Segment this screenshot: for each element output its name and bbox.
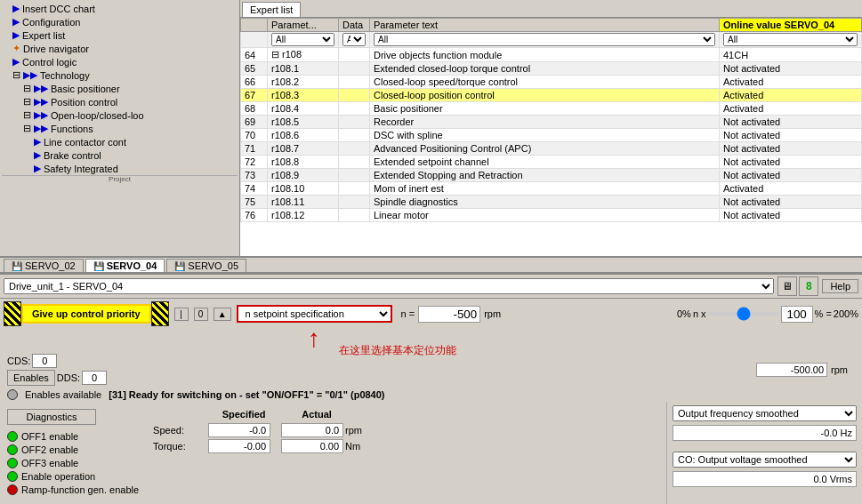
sidebar-item-position-control[interactable]: ⊟ ▶▶ Position control [2,95,238,108]
pct-slider[interactable] [708,312,779,316]
arrow-right-icon: ▶ [12,29,20,41]
table-row[interactable]: 71 r108.7 Advanced Positioning Control (… [241,142,862,156]
setpoint-select[interactable]: n setpoint specification Basic positione… [237,305,392,323]
tab-servo05[interactable]: 💾 SERVO_05 [166,259,246,272]
table-row[interactable]: 72 r108.8 Extended setpoint channel Not … [241,156,862,169]
setpoint-container: n setpoint specification Basic positione… [237,305,392,323]
speed-specified-input[interactable] [208,423,270,437]
tab-servo02[interactable]: 💾 SERVO_02 [4,259,84,272]
drive-icon-monitor[interactable]: 🖥 [777,276,797,296]
torque-actual-group: Nm [281,439,352,453]
torque-label: Torque: [153,441,206,452]
sidebar-item-technology[interactable]: ⊟ ▶▶ Technology [2,68,238,82]
table-row[interactable]: 68 r108.4 Basic positioner Activated [241,102,862,116]
pct-input[interactable] [781,306,813,323]
sidebar-item-insert-dcc[interactable]: ▶ Insert DCC chart [2,2,238,15]
sidebar-item-label: Functions [51,124,93,134]
main-top-panel: Expert list Paramet... Data Pa [240,0,862,256]
sidebar-item-drive-navigator[interactable]: ✦ Drive navigator [2,42,238,55]
output-freq-select[interactable]: Output frequency smoothed [673,405,857,421]
row-data [339,209,370,222]
table-row[interactable]: 75 r108.11 Spindle diagnostics Not activ… [241,196,862,209]
table-row[interactable]: 67 r108.3 Closed-loop position control A… [241,89,862,102]
drive-icon-settings[interactable]: 8 [799,276,818,296]
minus-button[interactable]: | [174,308,189,321]
right-panel: Output frequency smoothed CO: Output vol… [666,402,862,504]
table-row[interactable]: 73 r108.9 Extended Stopping and Retracti… [241,169,862,182]
main-bottom-section: Diagnostics OFF1 enable OFF2 enable OFF3… [0,402,862,504]
sidebar-item-openloop[interactable]: ⊟ ▶▶ Open-loop/closed-loo [2,108,238,122]
row-text: Extended Stopping and Retraction [370,169,720,182]
table-row[interactable]: 64 ⊟ r108 Drive objects function module … [241,48,862,62]
output-volt-value[interactable] [673,471,857,487]
sidebar-item-expert-list[interactable]: ▶ Expert list [2,28,238,42]
filter-data-select[interactable]: All [342,33,366,46]
table-row[interactable]: 74 r108.10 Mom of inert est Activated [241,182,862,196]
col-online-header[interactable]: Online value SERVO_04 [720,19,862,32]
torque-actual-input[interactable] [281,439,343,453]
sidebar-item-functions[interactable]: ⊟ ▶▶ Functions [2,122,238,135]
control-row: Give up control priority | 0 ▲ n setpoin… [0,299,862,329]
enables-button[interactable]: Enables [7,370,55,386]
drive-select[interactable]: Drive_unit_1 - SERVO_04 [4,278,774,294]
led-off3 [7,458,18,468]
table-row[interactable]: 70 r108.6 DSC with spline Not activated [241,129,862,142]
col-data-header[interactable]: Data [339,19,370,32]
label-enable-op: Enable operation [21,471,95,482]
rpm-value-input[interactable] [756,363,827,377]
up-button[interactable]: ▲ [213,308,231,321]
row-value: Activated [720,76,862,89]
row-data [339,142,370,156]
filter-text-select[interactable]: All [374,33,715,46]
row-num: 68 [241,102,268,116]
table-row[interactable]: 69 r108.5 Recorder Not activated [241,116,862,129]
filter-text[interactable]: All [370,32,720,48]
annotation-chinese: 在这里选择基本定位功能 [339,343,456,358]
zero-button[interactable]: 0 [194,308,208,321]
table-row[interactable]: 65 r108.1 Extended closed-loop torque co… [241,62,862,76]
arrow-right-icon: ▶ [12,56,20,68]
torque-specified-input[interactable] [208,439,270,453]
label-ramp-func: Ramp-function gen. enable [21,484,139,495]
cds-row: CDS: [7,354,107,368]
row-param: r108.9 [268,169,339,182]
filter-param[interactable]: All [268,32,339,48]
dds-value-input[interactable] [82,371,107,385]
cds-value-input[interactable] [32,354,57,368]
tab-servo04[interactable]: 💾 SERVO_04 [85,259,165,272]
n-value-input[interactable] [418,306,480,323]
col-text-header[interactable]: Parameter text [370,19,720,32]
row-param: r108.3 [268,89,339,102]
sidebar-item-brake-control[interactable]: ▶ Brake control [2,148,238,162]
output-freq-value[interactable] [673,425,857,441]
sidebar-item-label: Expert list [22,30,65,41]
scroll-tab[interactable]: Project [2,175,238,182]
give-up-priority-button[interactable]: Give up control priority [21,304,151,324]
expand-icon: ⊟ [12,69,20,81]
row-value: Not activated [720,196,862,209]
table-row[interactable]: 66 r108.2 Closed-loop speed/torque contr… [241,76,862,89]
help-button[interactable]: Help [822,279,858,293]
speed-actual-input[interactable] [281,423,343,437]
sidebar-item-line-contactor[interactable]: ▶ Line contactor cont [2,135,238,148]
enables-available-label: Enables available [25,389,101,400]
arrow-right-icon: ▶ [34,163,41,174]
tab-expert-list[interactable]: Expert list [242,2,301,17]
col-online-label: Online value SERVO_04 [723,20,834,30]
sidebar-item-safety-integrated[interactable]: ▶ Safety Integrated [2,162,238,175]
sidebar-item-label: Insert DCC chart [22,4,95,14]
filter-param-select[interactable]: All [271,33,334,46]
col-param-header[interactable]: Paramet... [268,19,339,32]
filter-online[interactable]: All [720,32,862,48]
filter-data[interactable]: All [339,32,370,48]
filter-online-select[interactable]: All [723,33,858,46]
sidebar-item-configuration[interactable]: ▶ Configuration [2,15,238,28]
arrow-right-icon: ▶▶ [23,69,37,81]
output-volt-select[interactable]: CO: Output voltage smoothed [673,452,857,468]
sidebar-item-basic-positioner[interactable]: ⊟ ▶▶ Basic positioner [2,82,238,95]
diagnostics-button[interactable]: Diagnostics [7,409,96,425]
n-display: n = rpm [398,306,505,323]
sidebar-item-control-logic[interactable]: ▶ Control logic [2,55,238,68]
hazard-stripe-right [151,301,169,326]
table-row[interactable]: 76 r108.12 Linear motor Not activated [241,209,862,222]
